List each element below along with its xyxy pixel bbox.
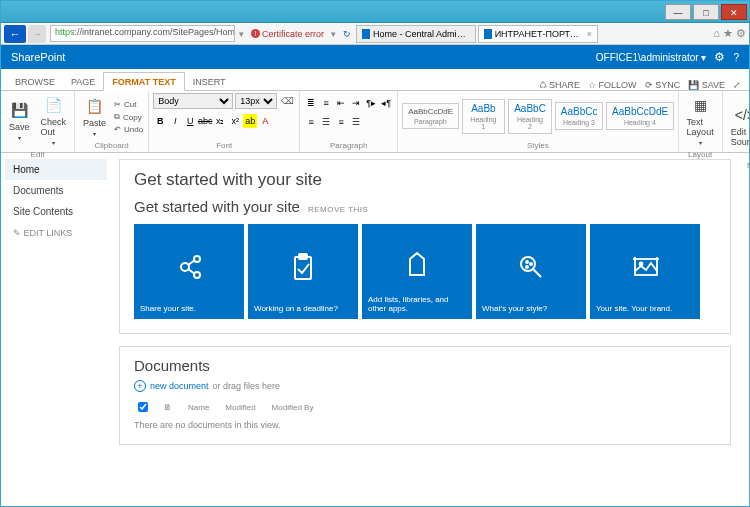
align-center-button[interactable]: ☰ bbox=[319, 115, 333, 129]
favorites-icon[interactable]: ★ bbox=[723, 27, 733, 40]
tools-icon[interactable]: ⚙ bbox=[736, 27, 746, 40]
indent-button[interactable]: ⇥ bbox=[349, 96, 363, 110]
select-all-checkbox[interactable] bbox=[138, 402, 148, 412]
edit-links-button[interactable]: ✎ EDIT LINKS bbox=[5, 222, 107, 244]
documents-header-row: 🗎 Name Modified Modified By bbox=[134, 402, 716, 412]
ribbon-group-clipboard: 📋Paste▾ ✂ Cut ⧉ Copy ↶ Undo Clipboard bbox=[75, 91, 149, 152]
tab-page[interactable]: PAGE bbox=[63, 73, 103, 90]
ribbon-group-layout: ▦Text Layout▾ Layout bbox=[679, 91, 723, 152]
tab-browse[interactable]: BROWSE bbox=[7, 73, 63, 90]
style-heading-1[interactable]: AaBbHeading 1 bbox=[462, 99, 506, 134]
style-heading-3[interactable]: AaBbCcHeading 3 bbox=[555, 102, 603, 130]
ribbon-tabs: BROWSE PAGE FORMAT TEXT INSERT ♺ SHARE ☆… bbox=[1, 69, 749, 91]
dropdown-icon[interactable]: ▾ bbox=[327, 29, 340, 39]
col-modified-by[interactable]: Modified By bbox=[272, 403, 314, 412]
sync-button[interactable]: ⟳ SYNC bbox=[645, 80, 681, 90]
strike-button[interactable]: abc bbox=[198, 114, 212, 128]
align-right-button[interactable]: ≡ bbox=[334, 115, 348, 129]
browser-tab[interactable]: ИНТРАНЕТ-ПОРТАЛ - Ho...× bbox=[478, 25, 598, 43]
style-heading-4[interactable]: AaBbCcDdEHeading 4 bbox=[606, 102, 674, 130]
ribbon: 💾Save▾ 📄Check Out▾ Edit 📋Paste▾ ✂ Cut ⧉ … bbox=[1, 91, 749, 153]
subscript-button[interactable]: x₂ bbox=[213, 114, 227, 128]
highlight-button[interactable]: ab bbox=[243, 114, 257, 128]
outdent-button[interactable]: ⇤ bbox=[334, 96, 348, 110]
tile-icon bbox=[140, 230, 238, 304]
edit-source-button[interactable]: </>Edit Source bbox=[727, 103, 750, 149]
numbering-button[interactable]: ≡ bbox=[319, 96, 333, 110]
promo-tile[interactable]: Share your site. bbox=[134, 224, 244, 319]
underline-button[interactable]: U bbox=[183, 114, 197, 128]
justify-button[interactable]: ☰ bbox=[349, 115, 363, 129]
new-document-link[interactable]: + new document or drag files here bbox=[134, 380, 716, 392]
tile-icon bbox=[368, 230, 466, 295]
style-heading-2[interactable]: AaBbCHeading 2 bbox=[508, 99, 552, 134]
promo-tile[interactable]: What's your style? bbox=[476, 224, 586, 319]
text-layout-button[interactable]: ▦Text Layout▾ bbox=[683, 93, 718, 148]
paste-button[interactable]: 📋Paste▾ bbox=[79, 94, 110, 139]
remove-this-button[interactable]: REMOVE THIS bbox=[308, 205, 368, 214]
bold-button[interactable]: B bbox=[153, 114, 167, 128]
help-icon[interactable]: ? bbox=[733, 52, 739, 63]
ribbon-group-edit: 💾Save▾ 📄Check Out▾ Edit bbox=[1, 91, 75, 152]
clear-format-icon[interactable]: ⌫ bbox=[279, 93, 295, 109]
settings-icon[interactable]: ⚙ bbox=[714, 50, 725, 64]
ribbon-group-markup: </>Edit Source ⬚ Select ▾ ⟐ Convert to X… bbox=[723, 91, 750, 152]
documents-heading: Documents bbox=[134, 357, 716, 374]
svg-line-3 bbox=[188, 260, 195, 265]
font-name-select[interactable]: Body bbox=[153, 93, 233, 109]
tab-format-text[interactable]: FORMAT TEXT bbox=[103, 72, 184, 91]
undo-button[interactable]: ↶ Undo bbox=[113, 124, 144, 135]
font-size-select[interactable]: 13px bbox=[235, 93, 277, 109]
url-dropdown-icon[interactable]: ▾ bbox=[235, 29, 248, 39]
browser-tab[interactable]: Home - Central Administration bbox=[356, 25, 476, 43]
forward-button[interactable]: → bbox=[28, 25, 46, 43]
file-type-icon[interactable]: 🗎 bbox=[164, 403, 172, 412]
home-icon[interactable]: ⌂ bbox=[713, 27, 720, 40]
superscript-button[interactable]: x² bbox=[228, 114, 242, 128]
nav-documents[interactable]: Documents bbox=[5, 180, 107, 201]
promo-tile[interactable]: Your site. Your brand. bbox=[590, 224, 700, 319]
promo-tile[interactable]: Add lists, libraries, and other apps. bbox=[362, 224, 472, 319]
ltr-button[interactable]: ¶▸ bbox=[364, 96, 378, 110]
close-tab-icon[interactable]: × bbox=[587, 29, 592, 39]
ribbon-group-font: Body 13px ⌫ B I U abc x₂ x² ab A Font bbox=[149, 91, 300, 152]
section-title: Get started with your site bbox=[134, 198, 300, 215]
certificate-error[interactable]: !Certificate error bbox=[248, 29, 327, 39]
user-menu[interactable]: OFFICE1\administrator ▾ bbox=[596, 52, 707, 63]
tab-insert[interactable]: INSERT bbox=[185, 73, 234, 90]
minimize-button[interactable]: — bbox=[665, 4, 691, 20]
tile-label: What's your style? bbox=[482, 304, 580, 313]
align-left-button[interactable]: ≡ bbox=[304, 115, 318, 129]
maximize-button[interactable]: □ bbox=[693, 4, 719, 20]
cut-button[interactable]: ✂ Cut bbox=[113, 99, 144, 110]
svg-point-10 bbox=[526, 266, 528, 268]
page-title: Get started with your site bbox=[134, 170, 716, 190]
nav-home[interactable]: Home bbox=[5, 159, 107, 180]
save-button[interactable]: 💾 SAVE bbox=[688, 80, 725, 90]
refresh-button[interactable]: ↻ bbox=[340, 29, 354, 39]
style-paragraph[interactable]: AaBbCcDdEParagraph bbox=[402, 103, 458, 129]
svg-point-8 bbox=[526, 261, 528, 263]
save-button[interactable]: 💾Save▾ bbox=[5, 98, 34, 143]
col-modified[interactable]: Modified bbox=[225, 403, 255, 412]
copy-button[interactable]: ⧉ Copy bbox=[113, 111, 144, 123]
italic-button[interactable]: I bbox=[168, 114, 182, 128]
nav-site-contents[interactable]: Site Contents bbox=[5, 201, 107, 222]
promo-tile[interactable]: Working on a deadline? bbox=[248, 224, 358, 319]
plus-icon: + bbox=[134, 380, 146, 392]
url-field[interactable]: https://intranet.company.com/SitePages/H… bbox=[50, 25, 235, 42]
font-color-button[interactable]: A bbox=[258, 114, 272, 128]
suite-bar: SharePoint OFFICE1\administrator ▾ ⚙ ? bbox=[1, 45, 749, 69]
check-out-button[interactable]: 📄Check Out▾ bbox=[37, 93, 71, 148]
follow-button[interactable]: ☆ FOLLOW bbox=[588, 80, 637, 90]
focus-icon[interactable]: ⤢ bbox=[733, 80, 741, 90]
window-titlebar: — □ ✕ bbox=[1, 1, 749, 23]
rtl-button[interactable]: ◂¶ bbox=[379, 96, 393, 110]
back-button[interactable]: ← bbox=[4, 25, 26, 43]
bullets-button[interactable]: ≣ bbox=[304, 96, 318, 110]
share-button[interactable]: ♺ SHARE bbox=[539, 80, 581, 90]
close-button[interactable]: ✕ bbox=[721, 4, 747, 20]
get-started-panel: Get started with your site Get started w… bbox=[119, 159, 731, 334]
tile-label: Your site. Your brand. bbox=[596, 304, 694, 313]
col-name[interactable]: Name bbox=[188, 403, 209, 412]
